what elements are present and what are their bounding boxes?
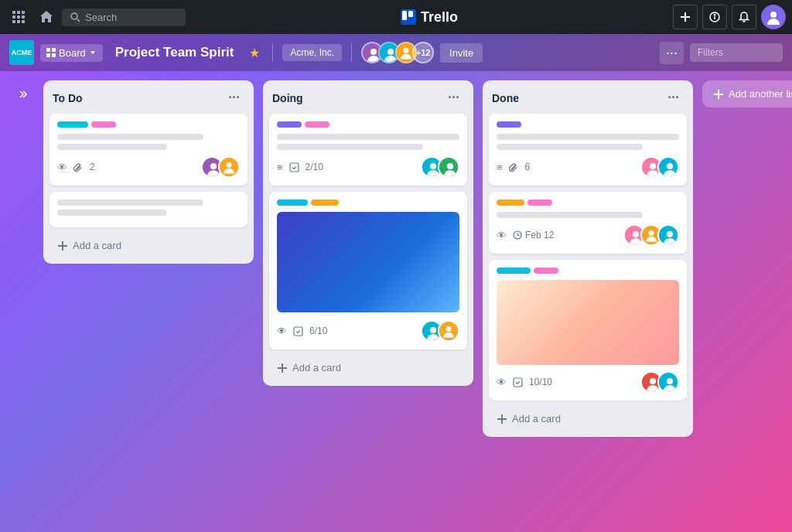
svg-rect-3: [12, 15, 15, 19]
list-doing: Doing ··· ≡ 2/10: [263, 80, 473, 386]
label-yellow-done: [497, 200, 524, 206]
checklist-count-2: 6/10: [309, 326, 327, 336]
checklist-icon-2: [293, 326, 303, 336]
list-todo: To Do ··· 👁 2: [43, 80, 254, 264]
svg-rect-37: [290, 163, 299, 172]
trello-logo: Trello: [401, 9, 458, 26]
label-pink-done: [527, 200, 552, 206]
card-labels-doing-2: [277, 200, 459, 206]
workspace-button[interactable]: Acme, Inc.: [282, 44, 342, 61]
list-done-header: Done ···: [483, 80, 693, 114]
label-cyan2: [277, 200, 308, 206]
card-meta-doing-2: 👁 6/10: [277, 326, 327, 337]
date-badge: Feb 12: [513, 230, 554, 240]
card-avatars: [201, 156, 240, 178]
card-text-6: [277, 144, 423, 150]
card-meta-done-2: 👁 Feb 12: [497, 230, 554, 241]
attachment-count: 2: [90, 162, 95, 172]
card-doing-2[interactable]: 👁 6/10: [269, 192, 467, 350]
svg-point-30: [404, 48, 409, 53]
list-done-menu[interactable]: ···: [663, 88, 684, 107]
member-count[interactable]: +12: [412, 42, 434, 63]
card-done-1[interactable]: ≡ 6: [489, 114, 687, 186]
sidebar-toggle[interactable]: [12, 84, 34, 105]
apps-icon[interactable]: [6, 5, 31, 29]
card-avatars-done-1: [640, 156, 679, 178]
user-avatar[interactable]: [761, 5, 786, 29]
svg-point-32: [210, 163, 217, 169]
list-icon: ≡: [277, 162, 283, 173]
card-meta-done-1: ≡ 6: [497, 162, 530, 173]
create-icon[interactable]: [673, 5, 698, 29]
card-doing-1[interactable]: ≡ 2/10: [269, 114, 467, 186]
more-options-button[interactable]: ···: [660, 42, 684, 64]
card-gradient-image: [497, 280, 679, 365]
svg-rect-42: [294, 327, 302, 336]
svg-rect-8: [22, 20, 25, 23]
card-avatar-teal-done: [657, 156, 679, 178]
card-done-2[interactable]: 👁 Feb 12: [489, 192, 687, 254]
svg-point-26: [370, 49, 377, 55]
svg-rect-23: [46, 53, 50, 57]
add-card-todo[interactable]: Add a card: [50, 234, 248, 257]
board-type-label: Board: [59, 47, 86, 59]
card-done-3[interactable]: 👁 10/10: [489, 260, 687, 401]
svg-point-57: [649, 230, 654, 236]
card-meta-doing-1: ≡ 2/10: [277, 162, 323, 173]
svg-rect-21: [46, 48, 50, 52]
card-labels-doing-1: [277, 121, 459, 128]
svg-point-46: [446, 326, 452, 332]
workspace-logo[interactable]: ACME: [9, 40, 34, 65]
card-text-3: [57, 200, 203, 206]
list-doing-body: ≡ 2/10: [263, 114, 473, 386]
home-icon[interactable]: [34, 5, 59, 29]
board-content: To Do ··· 👁 2: [0, 71, 792, 532]
svg-rect-12: [402, 11, 407, 20]
add-card-done[interactable]: Add a card: [489, 407, 687, 431]
svg-point-34: [227, 162, 232, 168]
notification-icon[interactable]: [732, 5, 756, 29]
svg-rect-6: [12, 20, 15, 23]
eye-icon: 👁: [57, 162, 67, 173]
board-navigation: ACME Board Project Team Spirit ★ Acme, I…: [0, 34, 792, 71]
card-avatar-green: [438, 156, 459, 178]
add-list-button[interactable]: Add another list: [702, 80, 792, 107]
card-labels-done-2: [497, 200, 679, 206]
card-todo-1[interactable]: 👁 2: [50, 114, 248, 186]
list-done: Done ··· ≡ 6: [483, 80, 693, 437]
label-pink-done3: [534, 268, 558, 274]
svg-rect-60: [514, 378, 522, 387]
list-todo-body: 👁 2: [43, 114, 254, 264]
svg-point-9: [71, 13, 77, 19]
list-doing-title: Doing: [272, 92, 303, 104]
card-todo-2[interactable]: [50, 192, 248, 227]
list-todo-menu[interactable]: ···: [224, 88, 244, 107]
nav-right-actions: [673, 5, 786, 29]
workspace-logo-text: ACME: [12, 49, 32, 56]
card-footer: 👁 2: [57, 156, 240, 178]
board-type-button[interactable]: Board: [40, 44, 103, 62]
card-labels-done-3: [497, 268, 679, 274]
board-title: Project Team Spirit: [109, 42, 241, 63]
label-purple-done: [497, 121, 521, 128]
nav-divider: [272, 43, 273, 62]
svg-rect-4: [17, 15, 20, 19]
card-avatars-done-3: [640, 371, 679, 393]
card-avatars-doing-1: [421, 156, 459, 178]
svg-rect-1: [17, 11, 20, 14]
eye-icon-2: 👁: [277, 326, 287, 337]
invite-button[interactable]: Invite: [440, 43, 483, 63]
star-button[interactable]: ★: [246, 43, 263, 63]
card-footer-done-1: ≡ 6: [497, 156, 679, 178]
label-yellow: [311, 200, 339, 206]
add-card-doing[interactable]: Add a card: [269, 356, 467, 380]
list-doing-menu[interactable]: ···: [443, 88, 464, 107]
add-list-label: Add another list: [729, 88, 792, 100]
card-image: [277, 212, 459, 312]
svg-rect-7: [17, 20, 20, 23]
date-label: Feb 12: [525, 230, 554, 240]
card-avatar-2: [218, 156, 240, 178]
search-bar[interactable]: Search: [62, 9, 186, 26]
filter-input[interactable]: [690, 43, 783, 62]
info-icon[interactable]: [702, 5, 727, 29]
